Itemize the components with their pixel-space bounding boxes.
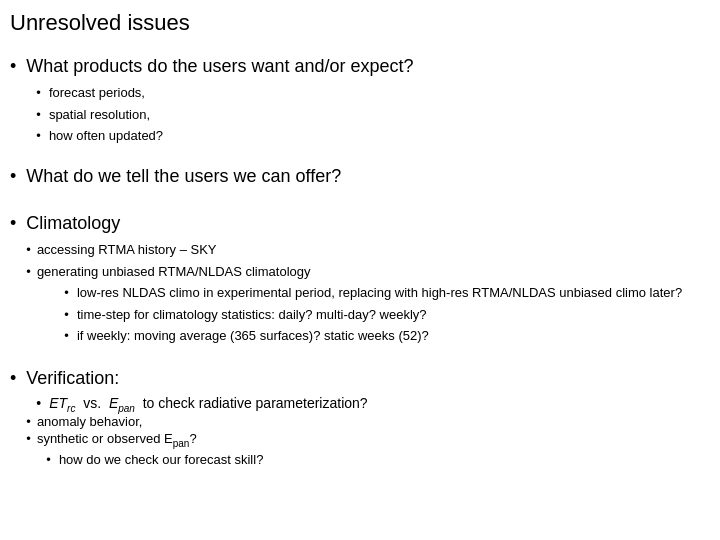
bullet-content-1: What products do the users want and/or e…	[26, 54, 700, 148]
bullet-dot-2: •	[10, 164, 16, 189]
clim-subsub-text-1: low-res NLDAS climo in experimental peri…	[77, 283, 682, 303]
bullet-content-2: What do we tell the users we can offer?	[26, 164, 700, 193]
bullet-text-offer: What do we tell the users we can offer?	[26, 164, 700, 189]
bullet-verification: • Verification: ETrc vs. Epan to check r…	[10, 366, 700, 470]
list-item: time-step for climatology statistics: da…	[64, 305, 700, 325]
bullet-content-3: Climatology accessing RTMA history – SKY…	[26, 211, 700, 348]
clim-subsub: low-res NLDAS climo in experimental peri…	[64, 283, 700, 346]
products-sublist: forecast periods, spatial resolution, ho…	[36, 83, 700, 146]
list-item: anomaly behavior,	[26, 414, 700, 429]
bullet-dot-3: •	[10, 211, 16, 236]
list-item: spatial resolution,	[36, 105, 700, 125]
anomaly-text: anomaly behavior,	[37, 414, 143, 429]
climatology-section: accessing RTMA history – SKY generating …	[26, 240, 700, 346]
climatology-subsub-list: low-res NLDAS climo in experimental peri…	[46, 283, 700, 346]
clim-sub-text-1: accessing RTMA history – SKY	[37, 240, 217, 260]
bullet-offer: • What do we tell the users we can offer…	[10, 164, 700, 193]
verification-section: ETrc vs. Epan to check radiative paramet…	[26, 395, 700, 470]
et-italic: ETrc	[49, 395, 75, 411]
clim-subsub-text-2: time-step for climatology statistics: da…	[77, 305, 427, 325]
list-item: low-res NLDAS climo in experimental peri…	[64, 283, 700, 303]
et-rc-sub: rc	[67, 403, 75, 414]
list-item: how often updated?	[36, 126, 700, 146]
clim-subsub-text-3: if weekly: moving average (365 surfaces)…	[77, 326, 429, 346]
bullet-climatology: • Climatology accessing RTMA history – S…	[10, 211, 700, 348]
et-check-text: to check radiative parameterization?	[143, 395, 368, 411]
bullet-dot-4: •	[10, 366, 16, 391]
list-item: forecast periods,	[36, 83, 700, 103]
bullet-content-4: Verification: ETrc vs. Epan to check rad…	[26, 366, 700, 470]
bullet-text-climatology: Climatology	[26, 211, 700, 236]
page-title: Unresolved issues	[10, 10, 700, 36]
vs-text: vs.	[83, 395, 101, 411]
list-item: generating unbiased RTMA/NLDAS climatolo…	[26, 262, 700, 282]
bullet-dot-1: •	[10, 54, 16, 79]
bullet-text-products: What products do the users want and/or e…	[26, 54, 700, 79]
clim-sub-text-2: generating unbiased RTMA/NLDAS climatolo…	[37, 262, 311, 282]
synthetic-text: synthetic or observed Epan?	[37, 431, 197, 449]
bullet-text-verification: Verification:	[26, 366, 700, 391]
list-item: how do we check our forecast skill?	[46, 450, 700, 470]
epan-sub: pan	[118, 403, 135, 414]
list-item: synthetic or observed Epan?	[26, 431, 700, 449]
epan-italic: Epan	[109, 395, 135, 411]
et-formula: ETrc vs. Epan to check radiative paramet…	[49, 395, 367, 414]
list-item: ETrc vs. Epan to check radiative paramet…	[36, 395, 700, 414]
synthetic-sub: pan	[173, 437, 190, 448]
bullet-products: • What products do the users want and/or…	[10, 54, 700, 148]
list-item: accessing RTMA history – SKY	[26, 240, 700, 260]
forecast-skill-text: how do we check our forecast skill?	[59, 450, 263, 470]
list-item: if weekly: moving average (365 surfaces)…	[64, 326, 700, 346]
